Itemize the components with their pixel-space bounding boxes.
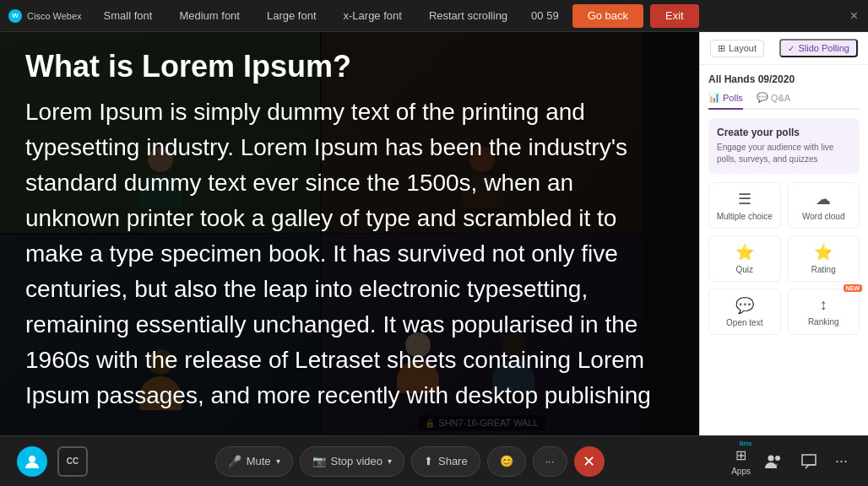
- mute-chevron-icon: ▾: [276, 456, 280, 466]
- create-polls-title: Create your polls: [717, 127, 851, 138]
- toolbar: W Cisco Webex Small font Medium font Lar…: [0, 0, 868, 32]
- end-call-button[interactable]: ✕: [574, 446, 605, 477]
- tab-polls[interactable]: 📊 Polls: [708, 92, 743, 110]
- emoji-icon: 😊: [500, 455, 513, 467]
- bottom-right: Beta ⊞ Apps ···: [731, 447, 851, 476]
- quiz-icon: ⭐: [735, 243, 754, 262]
- camera-icon: 📷: [312, 455, 326, 467]
- polls-icon: 📊: [708, 92, 720, 103]
- slido-polling-button[interactable]: ✓ Slido Polling: [779, 39, 858, 57]
- captions-button[interactable]: CC: [57, 446, 88, 477]
- restart-scrolling-button[interactable]: Restart scrolling: [415, 0, 521, 32]
- event-title: All Hands 09/2020: [708, 73, 860, 85]
- svg-point-1: [768, 455, 773, 461]
- brand-label: Cisco Webex: [27, 11, 82, 21]
- poll-type-ranking[interactable]: NEW ↕ Ranking: [788, 289, 860, 335]
- webex-logo-icon: W: [8, 9, 22, 23]
- svg-point-0: [29, 456, 35, 462]
- apps-button[interactable]: Beta ⊞ Apps: [731, 447, 751, 476]
- user-avatar[interactable]: [17, 446, 47, 477]
- poll-types-grid: ☰ Multiple choice ☁ Word cloud ⭐ Quiz ⭐ …: [708, 182, 860, 335]
- timer-display: 00 59: [521, 9, 569, 22]
- poll-type-multiple-choice[interactable]: ☰ Multiple choice: [708, 182, 781, 229]
- scroll-title: What is Lorem Ipsum?: [25, 49, 674, 84]
- right-panel: ⊞ Layout ✓ Slido Polling All Hands 09/20…: [699, 32, 868, 486]
- new-badge: NEW: [844, 284, 862, 292]
- video-chevron-icon: ▾: [388, 456, 392, 466]
- poll-type-open-text[interactable]: 💬 Open text: [708, 289, 781, 335]
- stop-video-button[interactable]: 📷 Stop video ▾: [300, 446, 404, 477]
- create-polls-box: Create your polls Engage your audience w…: [708, 118, 860, 174]
- more-right-button[interactable]: ···: [832, 449, 851, 473]
- share-button[interactable]: ⬆ Share: [411, 446, 480, 477]
- qa-icon: 💬: [757, 92, 768, 103]
- exit-button[interactable]: Exit: [650, 4, 699, 28]
- scroll-body: Lorem Ipsum is simply dummy text of the …: [25, 94, 674, 413]
- poll-type-quiz[interactable]: ⭐ Quiz: [708, 235, 781, 282]
- small-font-button[interactable]: Small font: [90, 0, 166, 32]
- bottom-bar: CC 🎤 Mute ▾ 📷 Stop video ▾ ⬆ Share 😊 ···…: [0, 435, 868, 486]
- create-polls-desc: Engage your audience with live polls, su…: [717, 142, 851, 165]
- poll-type-rating[interactable]: ⭐ Rating: [788, 235, 860, 282]
- slido-tabs: 📊 Polls 💬 Q&A: [708, 92, 860, 110]
- multiple-choice-icon: ☰: [738, 190, 751, 208]
- ranking-icon: ↕: [820, 296, 827, 314]
- tab-qa[interactable]: 💬 Q&A: [757, 92, 790, 103]
- panel-header: ⊞ Layout ✓ Slido Polling: [700, 32, 868, 65]
- apps-grid-icon: ⊞: [735, 448, 746, 462]
- close-button[interactable]: ×: [840, 0, 868, 32]
- check-icon: ✓: [788, 44, 795, 53]
- xlarge-font-button[interactable]: x-Large font: [330, 0, 415, 32]
- participants-button[interactable]: [761, 449, 786, 474]
- bottom-center: 🎤 Mute ▾ 📷 Stop video ▾ ⬆ Share 😊 ··· ✕: [215, 446, 605, 477]
- slido-content: All Hands 09/2020 📊 Polls 💬 Q&A Create y…: [700, 65, 868, 486]
- mute-button[interactable]: 🎤 Mute ▾: [215, 446, 293, 477]
- go-back-button[interactable]: Go back: [572, 4, 643, 28]
- svg-point-2: [775, 456, 780, 461]
- word-cloud-icon: ☁: [816, 190, 831, 208]
- layout-icon: ⊞: [718, 43, 725, 54]
- poll-type-word-cloud[interactable]: ☁ Word cloud: [788, 182, 860, 229]
- end-call-icon: ✕: [583, 452, 595, 471]
- medium-font-button[interactable]: Medium font: [165, 0, 253, 32]
- brand: W Cisco Webex: [0, 9, 90, 23]
- share-icon: ⬆: [424, 455, 433, 467]
- bottom-left: CC: [17, 446, 88, 477]
- microphone-icon: 🎤: [228, 455, 241, 467]
- rating-icon: ⭐: [814, 243, 833, 262]
- more-options-button[interactable]: ···: [533, 446, 567, 477]
- chat-button[interactable]: [796, 449, 822, 474]
- apps-beta-label: Beta: [740, 440, 751, 446]
- scrolling-area: What is Lorem Ipsum? Lorem Ipsum is simp…: [0, 32, 699, 486]
- emoji-button[interactable]: 😊: [487, 446, 526, 477]
- open-text-icon: 💬: [735, 296, 754, 315]
- large-font-button[interactable]: Large font: [253, 0, 330, 32]
- layout-button[interactable]: ⊞ Layout: [710, 40, 764, 57]
- more-icon: ···: [545, 455, 555, 467]
